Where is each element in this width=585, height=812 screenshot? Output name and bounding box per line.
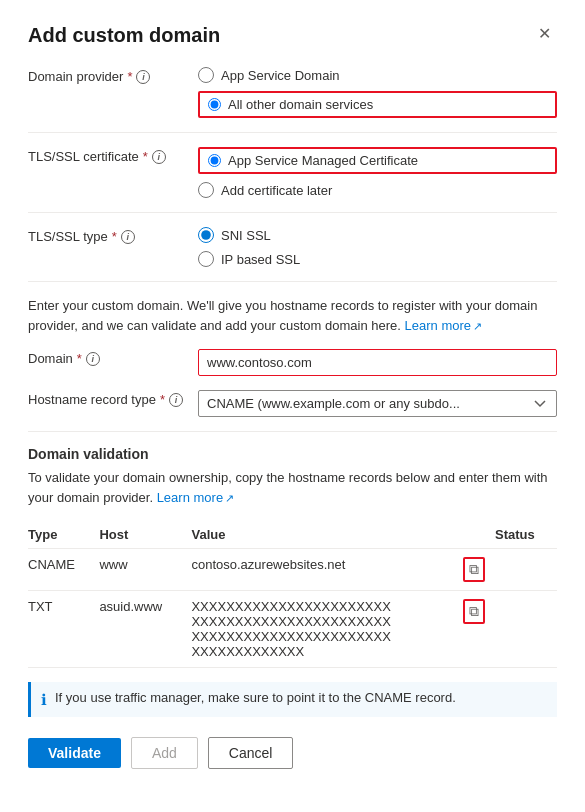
external-link-icon: ↗ bbox=[473, 318, 482, 335]
domain-input-wrapper bbox=[198, 349, 557, 376]
tls-type-info-icon[interactable]: i bbox=[121, 230, 135, 244]
domain-validation-section: Domain validation To validate your domai… bbox=[28, 446, 557, 668]
tls-ssl-cert-options: App Service Managed Certificate Add cert… bbox=[198, 147, 557, 198]
txt-status-cell bbox=[495, 591, 557, 668]
managed-cert-label: App Service Managed Certificate bbox=[228, 153, 418, 168]
validate-button[interactable]: Validate bbox=[28, 738, 121, 768]
hostname-record-type-label: Hostname record type * i bbox=[28, 390, 198, 407]
domain-input[interactable] bbox=[198, 349, 557, 376]
col-status: Status bbox=[495, 521, 557, 549]
required-asterisk: * bbox=[127, 69, 132, 84]
copy-icon-txt: ⧉ bbox=[469, 603, 479, 620]
domain-provider-options: App Service Domain All other domain serv… bbox=[198, 67, 557, 118]
domain-provider-row: Domain provider * i App Service Domain A… bbox=[28, 67, 557, 118]
add-cert-later-label: Add certificate later bbox=[221, 183, 332, 198]
sni-ssl-label: SNI SSL bbox=[221, 228, 271, 243]
app-service-domain-radio[interactable] bbox=[198, 67, 214, 83]
validation-external-icon: ↗ bbox=[225, 490, 234, 507]
managed-cert-highlighted: App Service Managed Certificate bbox=[198, 147, 557, 174]
dialog-title: Add custom domain bbox=[28, 24, 220, 47]
info-banner: ℹ If you use traffic manager, make sure … bbox=[28, 682, 557, 717]
col-copy bbox=[461, 521, 495, 549]
col-host: Host bbox=[99, 521, 191, 549]
hostname-record-info-icon[interactable]: i bbox=[169, 393, 183, 407]
app-service-domain-label: App Service Domain bbox=[221, 68, 340, 83]
domain-validation-desc: To validate your domain ownership, copy … bbox=[28, 468, 557, 507]
required-asterisk-hostname: * bbox=[160, 392, 165, 407]
app-service-domain-option[interactable]: App Service Domain bbox=[198, 67, 557, 83]
info-banner-text: If you use traffic manager, make sure to… bbox=[55, 690, 456, 705]
tls-ssl-certificate-row: TLS/SSL certificate * i App Service Mana… bbox=[28, 147, 557, 198]
domain-provider-label: Domain provider * i bbox=[28, 67, 198, 84]
dialog-header: Add custom domain ✕ bbox=[28, 24, 557, 47]
required-asterisk-domain: * bbox=[77, 351, 82, 366]
tls-ssl-type-options: SNI SSL IP based SSL bbox=[198, 227, 557, 267]
info-banner-icon: ℹ bbox=[41, 691, 47, 709]
cancel-button[interactable]: Cancel bbox=[208, 737, 294, 769]
managed-cert-radio[interactable] bbox=[208, 154, 221, 167]
col-type: Type bbox=[28, 521, 99, 549]
all-other-domain-radio[interactable] bbox=[208, 98, 221, 111]
cname-host-cell: www bbox=[99, 549, 191, 591]
domain-label: Domain * i bbox=[28, 349, 198, 366]
hostname-record-select[interactable]: CNAME (www.example.com or any subdo... A… bbox=[198, 390, 557, 417]
table-row: TXT asuid.www XXXXXXXXXXXXXXXXXXXXXXXXXX… bbox=[28, 591, 557, 668]
cname-status-cell bbox=[495, 549, 557, 591]
sni-ssl-option[interactable]: SNI SSL bbox=[198, 227, 557, 243]
txt-type-cell: TXT bbox=[28, 591, 99, 668]
add-button: Add bbox=[131, 737, 198, 769]
all-other-domain-label: All other domain services bbox=[228, 97, 373, 112]
hostname-record-type-row: Hostname record type * i CNAME (www.exam… bbox=[28, 390, 557, 417]
col-value: Value bbox=[191, 521, 461, 549]
txt-value-cell: XXXXXXXXXXXXXXXXXXXXXXXXXXXXXXXXXXXXXXXX… bbox=[191, 591, 461, 668]
cname-copy-button[interactable]: ⧉ bbox=[463, 557, 485, 582]
close-button[interactable]: ✕ bbox=[532, 24, 557, 44]
hostname-record-select-wrapper: CNAME (www.example.com or any subdo... A… bbox=[198, 390, 557, 417]
table-row: CNAME www contoso.azurewebsites.net ⧉ bbox=[28, 549, 557, 591]
ip-ssl-label: IP based SSL bbox=[221, 252, 300, 267]
cname-value-cell: contoso.azurewebsites.net bbox=[191, 549, 461, 591]
add-cert-later-radio[interactable] bbox=[198, 182, 214, 198]
all-other-domain-highlighted: All other domain services bbox=[198, 91, 557, 118]
add-cert-later-option[interactable]: Add certificate later bbox=[198, 182, 557, 198]
txt-copy-col: ⧉ bbox=[461, 591, 495, 668]
tls-ssl-type-label: TLS/SSL type * i bbox=[28, 227, 198, 244]
cname-copy-col: ⧉ bbox=[461, 549, 495, 591]
txt-copy-button[interactable]: ⧉ bbox=[463, 599, 485, 624]
required-asterisk-tls: * bbox=[143, 149, 148, 164]
copy-icon: ⧉ bbox=[469, 561, 479, 578]
required-asterisk-type: * bbox=[112, 229, 117, 244]
ip-ssl-option[interactable]: IP based SSL bbox=[198, 251, 557, 267]
cname-type-cell: CNAME bbox=[28, 549, 99, 591]
description-learn-more-link[interactable]: Learn more↗ bbox=[405, 318, 482, 333]
sni-ssl-radio[interactable] bbox=[198, 227, 214, 243]
domain-provider-info-icon[interactable]: i bbox=[136, 70, 150, 84]
domain-field-row: Domain * i bbox=[28, 349, 557, 376]
ip-ssl-radio[interactable] bbox=[198, 251, 214, 267]
domain-validation-title: Domain validation bbox=[28, 446, 557, 462]
tls-cert-info-icon[interactable]: i bbox=[152, 150, 166, 164]
tls-ssl-certificate-label: TLS/SSL certificate * i bbox=[28, 147, 198, 164]
domain-info-icon[interactable]: i bbox=[86, 352, 100, 366]
txt-host-cell: asuid.www bbox=[99, 591, 191, 668]
footer-buttons: Validate Add Cancel bbox=[28, 737, 557, 769]
add-custom-domain-dialog: Add custom domain ✕ Domain provider * i … bbox=[0, 0, 585, 812]
tls-ssl-type-row: TLS/SSL type * i SNI SSL IP based SSL bbox=[28, 227, 557, 267]
validation-table: Type Host Value Status CNAME www contoso… bbox=[28, 521, 557, 668]
description-text: Enter your custom domain. We'll give you… bbox=[28, 296, 557, 335]
validation-learn-more-link[interactable]: Learn more↗ bbox=[157, 490, 234, 505]
